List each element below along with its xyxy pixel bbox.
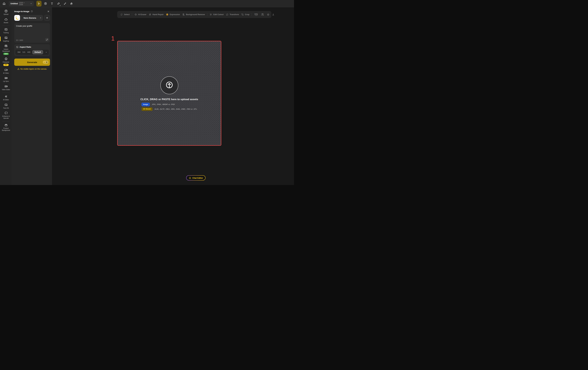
scissors-icon xyxy=(210,13,212,16)
lip-sync-icon xyxy=(4,76,8,80)
help-icon[interactable] xyxy=(31,10,33,12)
export-3d-button[interactable]: 3D xyxy=(261,13,264,16)
aspect-option-1-1[interactable]: 1:1 xyxy=(22,51,25,53)
upload-tool-button[interactable] xyxy=(43,1,48,7)
sidebar-item-label: Character xyxy=(3,61,9,63)
home-icon xyxy=(2,2,6,5)
expand-prompt-button[interactable] xyxy=(45,38,49,41)
sidebar-item-txt2img[interactable]: Txt2Img xyxy=(0,28,12,34)
sidebar-item-label: AI Video xyxy=(3,72,9,74)
prompt-value: Create your graffiti xyxy=(16,25,48,27)
image-formats-text: .JPG, .PNG, .WEBP or .PSD xyxy=(151,103,175,105)
model-name: Nano Banana xyxy=(20,17,40,19)
toolbar-divider xyxy=(132,13,132,16)
chat-editor-button[interactable]: Chat Editor xyxy=(186,175,206,180)
threed-export-icon: 3D xyxy=(262,13,264,15)
toolbar-ai-eraser[interactable]: AI Eraser xyxy=(134,13,147,16)
image-format-row: Image .JPG, .PNG, .WEBP or .PSD xyxy=(141,103,197,106)
aspect-ratio-card: Aspect Ratio 3:4 1:1 4:3 Default xyxy=(14,44,50,56)
banana-icon xyxy=(14,15,20,21)
chat-editor-label: Chat Editor xyxy=(192,177,203,179)
upload-formats: Image .JPG, .PNG, .WEBP or .PSD 3D Model… xyxy=(141,103,197,111)
toolbar-crop[interactable]: Crop xyxy=(241,13,249,16)
toolbar-select[interactable]: Select xyxy=(120,13,130,16)
sidebar-item-img2img[interactable]: Img2Img xyxy=(0,36,12,42)
export-svg-button[interactable]: SVG xyxy=(254,13,258,16)
svg-export-icon: SVG xyxy=(254,13,258,15)
sidebar-item-label: Assets xyxy=(4,22,8,24)
panel-title: Image-to-Image xyxy=(14,10,29,12)
upload-icon xyxy=(44,2,47,5)
aspect-option-default[interactable]: Default xyxy=(32,50,43,54)
generate-button[interactable]: Generate D 6 xyxy=(14,59,50,66)
sidebar-item-label: Upload xyxy=(4,13,9,15)
select-tool-button[interactable] xyxy=(36,1,42,7)
sparkle-icon xyxy=(4,95,8,98)
canvas-frame[interactable]: CLICK, DRAG or PASTE here to upload asse… xyxy=(117,41,221,146)
collapse-tool-button[interactable] xyxy=(63,1,68,7)
upload-dropzone[interactable]: CLICK, DRAG or PASTE here to upload asse… xyxy=(118,41,221,145)
document-chip[interactable]: Untitled 1536 × 1536 xyxy=(9,1,34,6)
close-icon[interactable] xyxy=(47,10,50,13)
text-to-image-icon xyxy=(4,28,8,31)
sidebar-item-upload[interactable]: Upload xyxy=(0,9,12,16)
sidebar-item-lip-sync[interactable]: Lip Sync xyxy=(0,76,12,83)
model-selector[interactable]: Nano Banana xyxy=(14,15,43,21)
aspect-option-4-3[interactable]: 4:3 xyxy=(27,51,30,53)
collapse-arrows-icon xyxy=(63,2,66,5)
storyboard-icon xyxy=(4,44,8,48)
image-to-image-icon xyxy=(4,36,8,40)
prompt-textarea[interactable]: Create your graffiti 20 / 1800 xyxy=(14,23,50,43)
upload-icon xyxy=(4,9,8,13)
cloud-icon xyxy=(4,18,8,21)
sidebar-item-ai-editor[interactable]: AI Editor xyxy=(0,95,12,101)
toolbar-transform[interactable]: Transform xyxy=(226,13,239,16)
upload-arrow-icon xyxy=(165,81,174,90)
add-model-button[interactable] xyxy=(44,15,50,21)
panel-header: Image-to-Image xyxy=(14,10,50,13)
favorite-button[interactable] xyxy=(267,13,270,16)
canvas-area: Select AI Eraser Hand Repair Expression … xyxy=(52,7,294,185)
character-icon xyxy=(4,57,8,61)
toolbar-background-remove[interactable]: Background Remove xyxy=(182,13,205,16)
toolbar-label: Edit Cutout xyxy=(213,13,224,16)
home-button[interactable] xyxy=(1,1,7,7)
text-tool-button[interactable] xyxy=(49,1,54,7)
submenu-indicator xyxy=(60,5,60,6)
sidebar-item-instant-storyboard[interactable]: Instant Storyboard NEW xyxy=(0,44,12,55)
sidebar-item-assets[interactable]: Assets xyxy=(0,17,12,24)
sidebar-item-label: Instant Storyboard xyxy=(0,48,11,52)
hand-icon xyxy=(70,2,73,5)
hand-icon xyxy=(149,13,151,16)
download-button[interactable] xyxy=(272,13,275,16)
sidebar-item-enhance-upscale[interactable]: Enhance & Upscale xyxy=(0,111,12,119)
aspect-ratio-title: Aspect Ratio xyxy=(20,46,31,48)
plus-icon xyxy=(46,17,48,19)
sidebar-item-video-editor[interactable]: Video Editor xyxy=(0,84,12,91)
toolbar-label: Expression xyxy=(170,13,180,16)
star-icon xyxy=(267,13,270,16)
chevron-right-icon xyxy=(40,17,42,19)
sidebar-item-ai-video[interactable]: AI Video xyxy=(0,68,12,74)
brush-tool-button[interactable] xyxy=(56,1,61,7)
upload-drop-button[interactable] xyxy=(160,76,178,94)
sidebar-item-character[interactable]: Character HOT xyxy=(0,57,12,66)
transform-quad-icon xyxy=(226,13,229,16)
sidebar-item-product-background[interactable]: Product Background xyxy=(0,123,12,131)
expand-icon xyxy=(46,39,48,41)
toolbar-hand-repair[interactable]: Hand Repair xyxy=(149,13,164,16)
aspect-ratio-header: Aspect Ratio xyxy=(15,46,49,48)
model3d-formats-text: .GLB, .GLTF, .OBJ, .3DS, .DAE, .KMZ, .FB… xyxy=(154,108,197,110)
sidebar-item-face-kit[interactable]: Face Kit xyxy=(0,103,12,109)
hand-tool-button[interactable] xyxy=(69,1,74,7)
hot-badge: HOT xyxy=(3,64,9,66)
toolbar-label: Background Remove xyxy=(186,13,205,16)
lasso-icon xyxy=(120,13,123,16)
toolbar-edit-cutout[interactable]: Edit Cutout xyxy=(210,13,224,16)
aspect-option-3-4[interactable]: 3:4 xyxy=(18,51,20,53)
sidebar: Upload Assets Txt2Img Img2Img Instant St… xyxy=(0,7,12,185)
toolbar-expression[interactable]: Expression xyxy=(166,13,180,16)
toolbar-divider xyxy=(252,13,252,16)
chevron-down-icon[interactable] xyxy=(45,51,47,53)
image-badge: Image xyxy=(141,103,150,106)
